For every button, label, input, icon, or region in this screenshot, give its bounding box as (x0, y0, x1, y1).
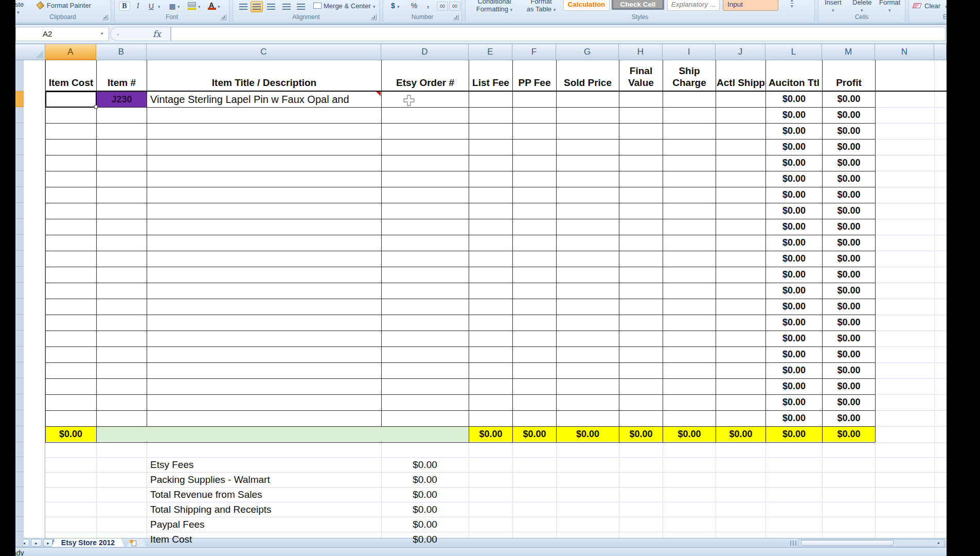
cell-L15[interactable]: $0.00 (766, 299, 822, 315)
cell-L6[interactable]: $0.00 (766, 155, 822, 171)
summary-label-row29[interactable]: Paypal Fees (150, 517, 377, 532)
cell-total-G23[interactable]: $0.00 (557, 427, 619, 442)
summary-value-row27[interactable]: $0.00 (381, 487, 469, 502)
cell-L20[interactable]: $0.00 (766, 378, 822, 394)
column-title-cell[interactable]: List Fee (469, 61, 512, 91)
cell-L7[interactable]: $0.00 (766, 171, 822, 187)
cell-M3[interactable]: $0.00 (823, 107, 875, 123)
cell-M12[interactable]: $0.00 (823, 251, 875, 267)
column-title-cell[interactable]: Etsy Order # (382, 61, 469, 91)
cell-total-E23[interactable]: $0.00 (469, 427, 512, 442)
column-header-J[interactable]: J (716, 44, 765, 60)
summary-value-row29[interactable]: $0.00 (381, 517, 469, 532)
cell-L11[interactable]: $0.00 (766, 235, 822, 251)
cell-M19[interactable]: $0.00 (823, 362, 875, 378)
column-header-F[interactable]: F (512, 44, 556, 60)
summary-label-row28[interactable]: Total Shipping and Receipts (150, 502, 377, 517)
cell-A23-total-item-cost[interactable]: $0.00 (46, 427, 96, 442)
cell-M8[interactable]: $0.00 (823, 187, 875, 203)
summary-label-row30[interactable]: Item Cost (150, 532, 377, 547)
cell-total-L23[interactable]: $0.00 (766, 427, 822, 442)
scroll-right-icon[interactable]: ▸ (935, 540, 943, 546)
summary-label-row27[interactable]: Total Revenue from Sales (150, 487, 377, 502)
cell-L16[interactable]: $0.00 (766, 315, 822, 331)
cell-total-F23[interactable]: $0.00 (513, 427, 556, 442)
column-title-cell[interactable]: Item Cost (46, 61, 96, 91)
cell-L18[interactable]: $0.00 (766, 346, 822, 362)
summary-value-row28[interactable]: $0.00 (381, 502, 469, 517)
cell-L17[interactable]: $0.00 (766, 331, 822, 346)
cell-M17[interactable]: $0.00 (823, 331, 875, 346)
column-title-cell[interactable]: PP Fee (513, 61, 556, 91)
column-header-C[interactable]: C (147, 44, 381, 60)
column-title-cell[interactable]: Item # (97, 61, 147, 91)
column-header-D[interactable]: D (381, 44, 469, 60)
cell-M16[interactable]: $0.00 (823, 315, 875, 331)
cell-M20[interactable]: $0.00 (823, 378, 875, 394)
cell-M15[interactable]: $0.00 (823, 299, 875, 315)
summary-value-row25[interactable]: $0.00 (381, 457, 469, 472)
summary-label-row25[interactable]: Etsy Fees (150, 457, 377, 472)
active-cell-A2[interactable] (45, 91, 97, 108)
cell-M18[interactable]: $0.00 (823, 346, 875, 362)
summary-value-row26[interactable]: $0.00 (381, 472, 469, 487)
cell-total-I23[interactable]: $0.00 (663, 427, 716, 442)
horizontal-scrollbar-thumb[interactable] (801, 540, 894, 546)
cell-L9[interactable]: $0.00 (766, 203, 822, 219)
cell-total-M23[interactable]: $0.00 (823, 427, 875, 442)
cell-L12[interactable]: $0.00 (766, 251, 822, 267)
column-header-partial[interactable] (934, 44, 947, 60)
cell-L14[interactable]: $0.00 (766, 283, 822, 299)
totals-green-region[interactable] (97, 427, 468, 442)
cell-L22[interactable]: $0.00 (766, 410, 822, 426)
summary-label-row26[interactable]: Packing Supplies - Walmart (150, 472, 377, 487)
cell-M9[interactable]: $0.00 (823, 203, 875, 219)
cell-total-H23[interactable]: $0.00 (619, 427, 663, 442)
cell-C2-description[interactable]: Vintage Sterling Lapel Pin w Faux Opal a… (150, 92, 380, 107)
column-header-H[interactable]: H (619, 44, 663, 60)
cell-L4[interactable]: $0.00 (766, 123, 822, 139)
column-header-A[interactable]: A (45, 44, 96, 60)
cell-M4[interactable]: $0.00 (823, 123, 875, 139)
column-title-cell[interactable]: Final Value (619, 61, 663, 91)
column-title-cell[interactable]: Item Title / Description (147, 61, 381, 91)
cell-L10[interactable]: $0.00 (766, 219, 822, 235)
column-title-cell[interactable]: Sold Price (557, 61, 619, 91)
column-header-E[interactable]: E (469, 44, 512, 60)
cell-M13[interactable]: $0.00 (823, 267, 875, 283)
column-title-cell[interactable]: Ship Charge (663, 61, 716, 91)
cell-M7[interactable]: $0.00 (823, 171, 875, 187)
column-header-B[interactable]: B (96, 44, 147, 60)
cell-L2[interactable]: $0.00 (766, 91, 822, 107)
cell-M11[interactable]: $0.00 (823, 235, 875, 251)
cell-B2-item-number[interactable]: J230 (97, 92, 147, 107)
cell-L5[interactable]: $0.00 (766, 139, 822, 155)
cell-M22[interactable]: $0.00 (823, 410, 875, 426)
next-sheet-button[interactable]: ▸ (31, 539, 42, 547)
column-header-M[interactable]: M (822, 44, 875, 60)
cell-M10[interactable]: $0.00 (823, 219, 875, 235)
summary-value-row30[interactable]: $0.00 (381, 532, 469, 547)
table-border (45, 219, 875, 219)
column-header-L[interactable]: L (765, 44, 822, 60)
column-header-G[interactable]: G (556, 44, 619, 60)
fill-handle[interactable] (94, 105, 98, 109)
cell-L3[interactable]: $0.00 (766, 107, 822, 123)
cell-L21[interactable]: $0.00 (766, 394, 822, 410)
column-title-cell[interactable]: Actl Shipp (716, 61, 765, 91)
column-header-N[interactable]: N (875, 44, 934, 60)
cell-total-J23[interactable]: $0.00 (716, 427, 765, 442)
cell-M21[interactable]: $0.00 (823, 394, 875, 410)
column-title-cell[interactable]: Auciton Ttl (766, 61, 822, 91)
cell-M6[interactable]: $0.00 (823, 155, 875, 171)
cell-L19[interactable]: $0.00 (766, 362, 822, 378)
cell-M5[interactable]: $0.00 (823, 139, 875, 155)
column-header-I[interactable]: I (663, 44, 716, 60)
cell-L13[interactable]: $0.00 (766, 267, 822, 283)
cell-M14[interactable]: $0.00 (823, 283, 875, 299)
horizontal-scrollbar[interactable]: ▸ (798, 539, 945, 547)
tab-split-grip[interactable] (790, 541, 797, 546)
cell-M2[interactable]: $0.00 (823, 91, 875, 107)
column-title-cell[interactable]: Profit (823, 61, 875, 91)
cell-L8[interactable]: $0.00 (766, 187, 822, 203)
